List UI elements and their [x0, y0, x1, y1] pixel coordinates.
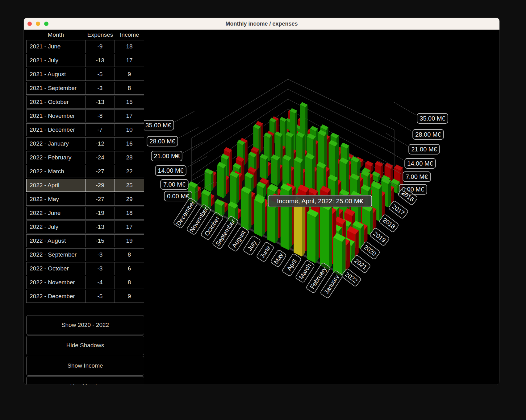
cell-expenses[interactable]: -8 — [85, 110, 115, 122]
cell-month[interactable]: 2021 - December — [27, 124, 85, 136]
bar-group-August-2022[interactable] — [241, 186, 255, 230]
cell-income[interactable]: 8 — [115, 249, 144, 261]
cell-income[interactable]: 10 — [115, 124, 144, 136]
cell-expenses[interactable]: -5 — [85, 68, 115, 80]
cell-income[interactable]: 25 — [115, 179, 144, 191]
table-row[interactable]: 2022 - September-38 — [26, 248, 144, 261]
table-row[interactable]: 2022 - July-1317 — [26, 220, 144, 233]
cell-month[interactable]: 2022 - August — [27, 235, 85, 247]
cell-expenses[interactable]: -4 — [85, 276, 115, 289]
column-header-month[interactable]: Month — [26, 31, 86, 38]
value-axis-label-right: 7.00 M€ — [403, 172, 430, 182]
table-row[interactable]: 2021 - July-1317 — [26, 54, 144, 67]
cell-month[interactable]: 2021 - July — [27, 54, 85, 67]
cell-month[interactable]: 2022 - January — [27, 138, 85, 150]
cell-income[interactable]: 9 — [115, 68, 144, 80]
table-row[interactable]: 2022 - August-1519 — [26, 234, 144, 247]
table-row[interactable]: 2022 - March-2722 — [26, 165, 144, 178]
cell-income[interactable]: 17 — [115, 221, 144, 233]
cell-expenses[interactable]: -9 — [85, 40, 115, 53]
table-row[interactable]: 2022 - December-59 — [26, 290, 144, 303]
cell-month[interactable]: 2022 - February — [27, 151, 85, 164]
cell-month[interactable]: 2022 - April — [27, 179, 85, 191]
cell-income[interactable]: 9 — [115, 290, 144, 303]
cell-month[interactable]: 2021 - November — [27, 110, 85, 122]
value-axis-label-left: 7.00 M€ — [161, 179, 188, 189]
cell-income[interactable]: 18 — [115, 207, 144, 219]
table-row[interactable]: 2021 - November-817 — [26, 109, 144, 122]
cell-month[interactable]: 2022 - March — [27, 165, 85, 178]
cell-month[interactable]: 2021 - June — [27, 40, 85, 53]
cell-income[interactable]: 29 — [115, 193, 144, 205]
cell-expenses[interactable]: -3 — [85, 82, 115, 94]
svg-text:14.00 M€: 14.00 M€ — [158, 167, 183, 174]
cell-month[interactable]: 2022 - October — [27, 262, 85, 275]
cell-month[interactable]: 2021 - October — [27, 96, 85, 108]
cell-expenses[interactable]: -12 — [85, 138, 115, 150]
table-row[interactable]: 2022 - February-2428 — [26, 151, 144, 164]
cell-expenses[interactable]: -7 — [85, 124, 115, 136]
cell-month[interactable]: 2022 - May — [27, 193, 85, 205]
cell-income[interactable]: 8 — [115, 82, 144, 94]
svg-text:7.00 M€: 7.00 M€ — [406, 173, 428, 180]
cell-income[interactable]: 28 — [115, 151, 144, 164]
column-header-income[interactable]: Income — [115, 31, 144, 38]
table-row[interactable]: 2021 - December-710 — [26, 123, 144, 136]
cell-month[interactable]: 2022 - June — [27, 207, 85, 219]
cell-month[interactable]: 2022 - November — [27, 276, 85, 289]
cell-income[interactable]: 18 — [115, 40, 144, 53]
cell-expenses[interactable]: -13 — [85, 221, 115, 233]
cell-expenses[interactable]: -13 — [85, 54, 115, 67]
minimize-button[interactable] — [36, 22, 40, 26]
value-axis-label-right: 14.00 M€ — [405, 159, 436, 168]
cell-month[interactable]: 2021 - September — [27, 82, 85, 94]
table-row[interactable]: 2021 - June-918 — [26, 40, 144, 53]
cell-income[interactable]: 8 — [115, 276, 144, 289]
cell-month[interactable]: 2022 - July — [27, 221, 85, 233]
cell-income[interactable]: 19 — [115, 235, 144, 247]
cell-expenses[interactable]: -27 — [85, 193, 115, 205]
cell-expenses[interactable]: -19 — [85, 207, 115, 219]
value-axis-label-left: 0.00 M€ — [164, 191, 192, 201]
cell-expenses[interactable]: -24 — [85, 151, 115, 164]
bar-group-May-2022[interactable] — [281, 183, 296, 250]
show-income-button[interactable]: Show Income — [26, 356, 144, 376]
cell-expenses[interactable]: -3 — [85, 249, 115, 261]
use-margin-button[interactable]: Use Margin — [26, 376, 144, 385]
svg-text:21.00 M€: 21.00 M€ — [411, 146, 437, 153]
cell-month[interactable]: 2022 - September — [27, 249, 85, 261]
title-bar[interactable]: Monthly income / expenses — [24, 18, 499, 30]
table-row[interactable]: 2022 - June-1918 — [26, 207, 144, 220]
cell-month[interactable]: 2022 - December — [27, 290, 85, 303]
cell-expenses[interactable]: -15 — [85, 235, 115, 247]
hide-shadows-button[interactable]: Hide Shadows — [26, 336, 144, 355]
svg-text:28.00 M€: 28.00 M€ — [149, 138, 175, 145]
table-row[interactable]: 2022 - October-36 — [26, 262, 144, 275]
cell-income[interactable]: 17 — [115, 110, 144, 122]
cell-expenses[interactable]: -3 — [85, 262, 115, 275]
cell-expenses[interactable]: -27 — [85, 165, 115, 178]
close-button[interactable] — [27, 22, 32, 26]
table-row[interactable]: 2022 - May-2729 — [26, 193, 144, 206]
table-row[interactable]: 2022 - January-1216 — [26, 137, 144, 150]
cell-expenses[interactable]: -5 — [85, 290, 115, 303]
bar-group-July-2022[interactable] — [254, 196, 269, 237]
cell-expenses[interactable]: -29 — [85, 179, 115, 191]
table-row[interactable]: 2021 - August-59 — [26, 68, 144, 81]
svg-text:0.00 M€: 0.00 M€ — [167, 193, 189, 200]
cell-income[interactable]: 22 — [115, 165, 144, 178]
cell-income[interactable]: 6 — [115, 262, 144, 275]
cell-income[interactable]: 17 — [115, 54, 144, 67]
cell-expenses[interactable]: -13 — [85, 96, 115, 108]
cell-month[interactable]: 2021 - August — [27, 68, 85, 80]
table-row-selected[interactable]: 2022 - April-2925 — [26, 179, 144, 192]
table-row[interactable]: 2021 - September-38 — [26, 82, 144, 95]
button-column: Show 2020 - 2022Hide ShadowsShow IncomeU… — [26, 315, 144, 385]
cell-income[interactable]: 15 — [115, 96, 144, 108]
zoom-button[interactable] — [44, 22, 48, 26]
show-years-button[interactable]: Show 2020 - 2022 — [26, 315, 144, 335]
table-row[interactable]: 2022 - November-48 — [26, 276, 144, 289]
table-row[interactable]: 2021 - October-1315 — [26, 96, 144, 109]
column-header-expenses[interactable]: Expenses — [86, 31, 115, 38]
cell-income[interactable]: 16 — [115, 138, 144, 150]
